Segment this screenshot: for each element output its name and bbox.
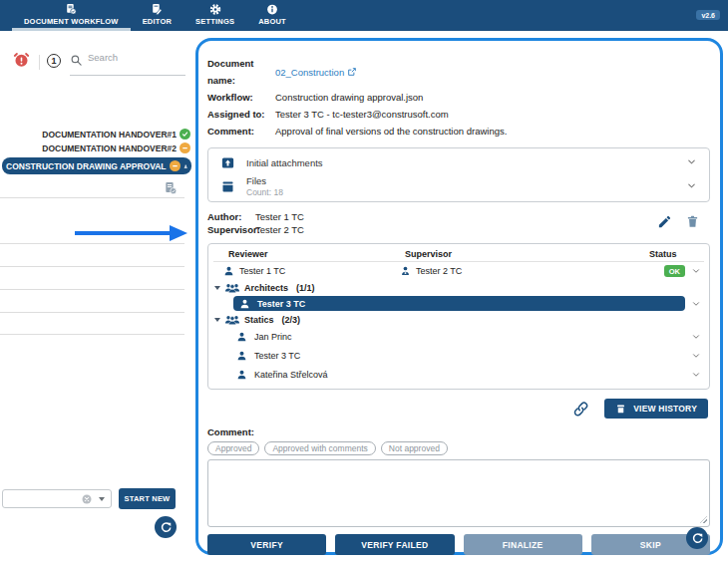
files-row[interactable]: Files Count: 18 bbox=[208, 173, 709, 199]
detail-label: Workflow: bbox=[207, 89, 275, 106]
detail-row: Document name: 02_Construction bbox=[207, 55, 710, 89]
document-check-icon bbox=[64, 3, 78, 16]
files-label: Files bbox=[246, 175, 675, 186]
view-history-label: VIEW HISTORY bbox=[633, 404, 697, 414]
comment-label: Comment: bbox=[207, 426, 710, 437]
nav-tabs: DOCUMENT WORKFLOW EDITOR SETTINGS bbox=[12, 0, 728, 31]
workflow-panel: Document name: 02_Construction Workflow:… bbox=[195, 38, 723, 555]
sidebar-item-label: CONSTRUCTION DRAWING APPROVAL bbox=[6, 161, 167, 171]
alarm-icon[interactable] bbox=[13, 51, 30, 69]
reviewer-row[interactable]: Tester 3 TC bbox=[208, 346, 709, 365]
archive-icon bbox=[615, 404, 626, 415]
refresh-icon bbox=[160, 521, 173, 534]
search-input[interactable] bbox=[88, 52, 183, 63]
chevron-down-icon[interactable] bbox=[685, 370, 701, 380]
comment-textarea[interactable] bbox=[207, 459, 710, 527]
group-row-statics[interactable]: Statics (2/3) bbox=[208, 312, 709, 327]
finalize-button[interactable]: FINALIZE bbox=[464, 534, 582, 555]
link-icon[interactable] bbox=[572, 401, 589, 418]
detail-label: Assigned to: bbox=[207, 106, 275, 123]
person-icon bbox=[236, 331, 247, 343]
clear-icon[interactable] bbox=[81, 493, 93, 505]
chip-not-approved[interactable]: Not approved bbox=[381, 441, 448, 455]
list-divider bbox=[0, 312, 184, 313]
chevron-down-icon[interactable] bbox=[685, 299, 701, 309]
header-status: Status bbox=[649, 249, 680, 259]
sidebar-refresh-button[interactable] bbox=[155, 516, 177, 538]
status-pending-icon bbox=[170, 160, 181, 171]
group-icon bbox=[224, 314, 240, 326]
person-icon bbox=[236, 350, 247, 362]
verify-button[interactable]: VERIFY bbox=[207, 534, 326, 555]
document-status-icon[interactable] bbox=[163, 180, 179, 196]
chevron-down-icon[interactable] bbox=[686, 153, 697, 171]
gear-icon bbox=[208, 3, 222, 16]
group-count: (1/1) bbox=[296, 283, 315, 293]
tab-editor[interactable]: EDITOR bbox=[131, 0, 183, 31]
tab-document-workflow[interactable]: DOCUMENT WORKFLOW bbox=[12, 0, 131, 31]
sidebar-item-documentation-handover-2[interactable]: DOCUMENTATION HANDOVER#2 bbox=[42, 142, 190, 153]
reviewer-name: Tester 3 TC bbox=[254, 351, 300, 361]
files-icon bbox=[220, 179, 235, 194]
header-reviewer: Reviewer bbox=[228, 249, 405, 259]
top-nav: DOCUMENT WORKFLOW EDITOR SETTINGS bbox=[0, 0, 728, 31]
trash-icon[interactable] bbox=[685, 214, 700, 229]
chevron-down-icon[interactable] bbox=[685, 266, 701, 276]
author-row: Author: Tester 1 TC bbox=[207, 210, 710, 223]
sidebar-item-construction-drawing-approval[interactable]: CONSTRUCTION DRAWING APPROVAL bbox=[2, 157, 191, 174]
edit-pencil-icon[interactable] bbox=[657, 214, 672, 229]
selected-reviewer-pill[interactable]: Tester 3 TC bbox=[233, 296, 685, 311]
chevron-down-icon[interactable] bbox=[99, 497, 105, 501]
reviewer-name: Tester 3 TC bbox=[257, 299, 305, 309]
list-divider bbox=[0, 334, 184, 335]
group-row-architects[interactable]: Architects (1/1) bbox=[208, 280, 709, 295]
external-link-icon bbox=[347, 67, 357, 77]
tab-about[interactable]: ABOUT bbox=[246, 0, 298, 31]
reviewer-row[interactable]: Tester 1 TC Tester 2 TC OK bbox=[208, 262, 709, 280]
chip-approved[interactable]: Approved bbox=[207, 441, 259, 455]
author-name: Tester 1 TC bbox=[255, 210, 304, 223]
detail-row: Comment: Approval of final versions od t… bbox=[207, 123, 710, 140]
initial-attachments-row[interactable]: Initial attachments bbox=[208, 151, 709, 173]
sidebar-item-documentation-handover-1[interactable]: DOCUMENTATION HANDOVER#1 bbox=[42, 129, 190, 140]
supervisor-label: Supervisor: bbox=[207, 223, 255, 236]
supervisor-icon bbox=[400, 265, 411, 277]
header-supervisor: Supervisor bbox=[405, 249, 649, 259]
list-divider bbox=[0, 289, 184, 290]
reviewer-row-selected[interactable]: Tester 3 TC bbox=[208, 295, 709, 312]
tab-label: DOCUMENT WORKFLOW bbox=[24, 17, 119, 26]
workflow-select[interactable] bbox=[2, 489, 112, 508]
status-done-icon bbox=[180, 129, 190, 140]
chevron-down-icon[interactable] bbox=[685, 351, 701, 361]
document-name: 02_Construction bbox=[275, 64, 344, 81]
toolbar-divider bbox=[39, 55, 40, 70]
author-block: Author: Tester 1 TC Supervisor: Tester 2… bbox=[207, 210, 710, 236]
list-divider bbox=[0, 243, 184, 244]
sidebar: 1 DOCUMENTATION HANDOVER#1 DOCUMENTATION… bbox=[0, 31, 195, 563]
supervisor-name: Tester 2 TC bbox=[416, 266, 462, 276]
tab-label: ABOUT bbox=[258, 17, 286, 26]
reviewer-row[interactable]: Kateřina Střelcová bbox=[208, 365, 709, 384]
reviewer-row[interactable]: Jan Princ bbox=[208, 327, 709, 346]
tab-label: EDITOR bbox=[143, 17, 172, 26]
chevron-down-icon[interactable] bbox=[686, 177, 697, 195]
comment-chips: Approved Approved with comments Not appr… bbox=[207, 441, 710, 455]
reviewers-table: Reviewer Supervisor Status Tester 1 TC T… bbox=[207, 243, 710, 390]
panel-refresh-button[interactable] bbox=[686, 527, 708, 549]
person-icon bbox=[223, 265, 234, 277]
document-name-link[interactable]: 02_Construction bbox=[275, 55, 357, 89]
version-badge: v2.6 bbox=[696, 10, 720, 20]
verify-failed-button[interactable]: VERIFY FAILED bbox=[335, 534, 454, 555]
upload-folder-icon bbox=[220, 155, 235, 170]
chip-approved-with-comments[interactable]: Approved with comments bbox=[264, 441, 375, 455]
document-details: Document name: 02_Construction Workflow:… bbox=[207, 55, 710, 140]
group-name: Architects bbox=[244, 283, 288, 293]
tab-settings[interactable]: SETTINGS bbox=[183, 0, 246, 31]
tab-label: SETTINGS bbox=[195, 17, 234, 26]
view-history-button[interactable]: VIEW HISTORY bbox=[604, 399, 708, 419]
detail-label: Comment: bbox=[207, 123, 275, 140]
files-count: Count: 18 bbox=[246, 187, 675, 197]
chevron-down-icon[interactable] bbox=[685, 332, 701, 342]
start-new-button[interactable]: START NEW bbox=[119, 488, 176, 509]
notification-count-badge[interactable]: 1 bbox=[47, 54, 61, 68]
